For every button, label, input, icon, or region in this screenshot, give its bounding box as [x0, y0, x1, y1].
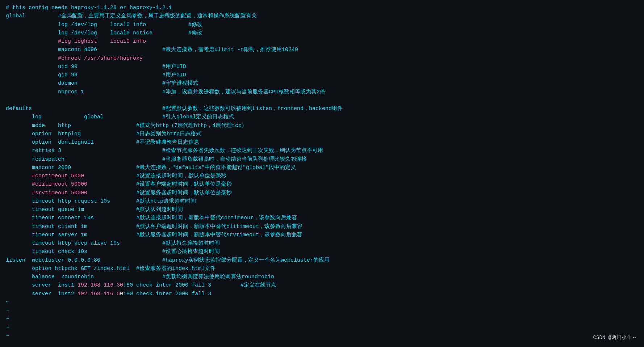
line-log-commented: #log loghost local0 info [6, 37, 638, 46]
line-server-inst1: server inst1 192.168.116.30:80 check int… [6, 281, 638, 289]
line-redispatch: redispatch #当服务器负载很高时，自动结束当前队列处理比较久的连接 [6, 155, 638, 164]
line-listen: listen webcluster 0.0.0.0:80 #haproxy实例状… [6, 256, 638, 265]
line-timeout-connect: timeout connect 10s #默认连接超时时间，新版本中替代cont… [6, 214, 638, 222]
line-option-httpchk: option httpchk GET /index.html #检查服务器的in… [6, 265, 638, 273]
line-tilde3: ~ [6, 315, 638, 323]
line-timeout-server: timeout server 1m #默认服务器超时时间，新版本中替代srvti… [6, 231, 638, 239]
line-server-inst2: server inst2 192.168.116.50:80 check int… [6, 290, 638, 298]
terminal-window: # this config needs haproxy-1.1.28 or ha… [0, 0, 644, 347]
line-log2: log /dev/log local0 notice #修改 [6, 29, 638, 37]
line-daemon: daemon #守护进程模式 [6, 79, 638, 88]
line-uid: uid 99 #用户UID [6, 63, 638, 71]
line-timeout-keepalive: timeout http-keep-alive 10s #默认持久连接超时时间 [6, 239, 638, 247]
line-option-dontlognull: option dontlognull #不记录健康检查日志信息 [6, 138, 638, 147]
line-log1: log /dev/log local0 info #修改 [6, 21, 638, 29]
line-timeout-client: timeout client 1m #默认客户端超时时间，新版本中替代cliti… [6, 223, 638, 231]
line-retries: retries 3 #检查节点服务器失败次数，连续达到三次失败，则认为节点不可用 [6, 147, 638, 155]
line-defaults: defaults #配置默认参数，这些参数可以被用到Listen，fronten… [6, 105, 638, 113]
line-tilde1: ~ [6, 298, 638, 306]
line-tilde4: ~ [6, 323, 638, 332]
line-maxconn-defaults: maxconn 2000 #最大连接数，"defaults"中的值不能超过"gl… [6, 164, 638, 172]
line-timeout-check: timeout check 10s #设置心跳检查超时时间 [6, 247, 638, 256]
line-timeout-http-req: timeout http-request 10s #默认http请求超时时间 [6, 197, 638, 206]
line-nbproc: nbproc 1 #添加，设置并发进程数，建议与当前服务器CPU核数相等或为其2… [6, 88, 638, 96]
line-tilde2: ~ [6, 306, 638, 315]
line-log-global: log global #引入global定义的日志格式 [6, 113, 638, 121]
line-empty1 [6, 96, 638, 105]
line-tilde5: ~ [6, 332, 638, 340]
line-timeout-queue: timeout queue 1m #默认队列超时时间 [6, 206, 638, 214]
line-contimeout: #contimeout 5000 #设置连接超时时间，默认单位是毫秒 [6, 172, 638, 180]
line-balance: balance roundrobin #负载均衡调度算法使用轮询算法roundr… [6, 273, 638, 281]
line-maxconn: maxconn 4096 #最大连接数，需考虑ulimit -n限制，推荐使用1… [6, 46, 638, 54]
line-option-httplog: option httplog #日志类别为http日志格式 [6, 130, 638, 138]
line-srvtimeout: #srvtimeout 50000 #设置服务器超时时间，默认单位是毫秒 [6, 189, 638, 197]
line-clitimeout: #clitimeout 50000 #设置客户端超时时间，默认单位是毫秒 [6, 180, 638, 189]
line-gid: gid 99 #用户GID [6, 71, 638, 79]
line-global: global #全局配置，主要用于定义全局参数，属于进程级的配置，通常和操作系统… [6, 12, 638, 20]
branding-text: CSDN @两只小羊～ [593, 334, 637, 342]
line-chroot-commented: #chroot /usr/share/haproxy [6, 54, 638, 63]
line-mode: mode http #模式为http（7层代理http，4层代理tcp） [6, 122, 638, 130]
line-comment-header: # this config needs haproxy-1.1.28 or ha… [6, 4, 638, 12]
